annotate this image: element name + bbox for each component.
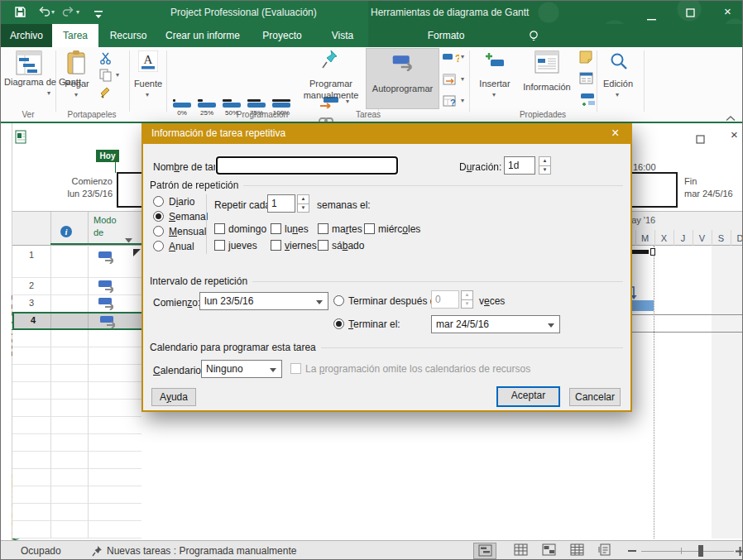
- row-number-4[interactable]: 4: [14, 315, 52, 325]
- duration-input[interactable]: [504, 156, 535, 175]
- copy-icon[interactable]: [99, 69, 113, 85]
- view-task-usage-button[interactable]: [509, 543, 532, 559]
- repeat-every-spinner[interactable]: ▲▼: [297, 194, 309, 213]
- move-dropdown[interactable]: ▾: [461, 75, 464, 83]
- zoom-slider-thumb[interactable]: [698, 545, 703, 557]
- view-report-button[interactable]: [593, 543, 616, 559]
- radio-semanal-label[interactable]: Semanal: [169, 211, 208, 223]
- row-number-1[interactable]: 1: [12, 250, 50, 260]
- tab-archivo[interactable]: Archivo: [1, 24, 52, 47]
- new-tasks-mode-text[interactable]: Nuevas tareas : Programada manualmente: [107, 541, 296, 560]
- checkbox-miercoles-label[interactable]: miércoles: [378, 223, 420, 235]
- checkbox-miercoles[interactable]: [364, 223, 375, 234]
- summary-bar-handle[interactable]: [650, 248, 655, 256]
- checkbox-domingo[interactable]: [214, 223, 225, 234]
- tab-vista[interactable]: Vista: [317, 24, 368, 47]
- checkbox-jueves-label[interactable]: jueves: [228, 240, 257, 251]
- checkbox-viernes-label[interactable]: viernes: [285, 240, 317, 251]
- move-task-icon[interactable]: [443, 74, 458, 90]
- repeat-every-input[interactable]: [267, 194, 295, 213]
- task-mode-cell-icon-2[interactable]: [98, 280, 113, 296]
- quick-access-customize-icon[interactable]: [93, 7, 103, 22]
- checkbox-martes-label[interactable]: martes: [332, 223, 362, 235]
- document-close-icon[interactable]: ×: [731, 127, 738, 141]
- task-mode-cell-icon-3[interactable]: [98, 297, 113, 314]
- format-painter-icon[interactable]: [99, 86, 113, 103]
- info-column-header-icon[interactable]: i: [60, 225, 73, 242]
- task-mode-cell-icon-1[interactable]: [98, 251, 113, 267]
- radio-mensual-label[interactable]: Mensual: [169, 226, 206, 237]
- view-resource-sheet-button[interactable]: [565, 543, 588, 559]
- checkbox-lunes[interactable]: [271, 223, 281, 234]
- insert-task-button[interactable]: Insertar ▾: [474, 49, 515, 108]
- inspect-task-icon[interactable]: ?: [443, 51, 459, 68]
- insert-dropdown-arrow[interactable]: ▾: [492, 91, 496, 98]
- radio-anual[interactable]: [153, 241, 164, 251]
- checkbox-martes[interactable]: [318, 223, 328, 234]
- end-by-label[interactable]: Terminar el:: [348, 318, 400, 330]
- auto-schedule-button[interactable]: Autoprogramar: [366, 48, 439, 109]
- undo-dropdown-arrow[interactable]: ▾: [51, 8, 55, 16]
- redo-icon[interactable]: [62, 5, 75, 22]
- mode-column-header-line1[interactable]: Modo: [93, 215, 117, 225]
- zoom-out-button[interactable]: [628, 550, 636, 552]
- gantt-chart-view-button[interactable]: Diagrama de Gantt ▾: [4, 49, 54, 108]
- end-by-combobox[interactable]: mar 24/5/16: [431, 315, 560, 333]
- mode-dropdown[interactable]: ▾: [461, 97, 464, 104]
- minimize-button[interactable]: [647, 12, 656, 22]
- duration-spinner[interactable]: ▲▼: [539, 156, 551, 175]
- zoom-slider-track[interactable]: [641, 551, 734, 552]
- row-number-3[interactable]: 3: [12, 298, 50, 308]
- checkbox-lunes-label[interactable]: lunes: [285, 223, 309, 235]
- radio-anual-label[interactable]: Anual: [169, 241, 194, 252]
- maximize-button[interactable]: [686, 8, 695, 19]
- checkbox-domingo-label[interactable]: domingo: [228, 223, 266, 235]
- radio-diario[interactable]: [153, 196, 164, 207]
- radio-end-after[interactable]: [333, 295, 344, 306]
- tab-formato[interactable]: Formato: [406, 24, 486, 47]
- dialog-title-bar[interactable]: Información de tarea repetitiva: [141, 123, 632, 144]
- checkbox-sabado-label[interactable]: sábado: [332, 240, 364, 251]
- tab-crear-un-informe[interactable]: Crear un informe: [158, 24, 247, 47]
- paste-button[interactable]: Pegar ▾: [59, 49, 95, 108]
- paste-dropdown-arrow[interactable]: ▾: [74, 91, 78, 98]
- dialog-close-icon[interactable]: ×: [611, 126, 619, 141]
- task-mode-icon[interactable]: ?: [443, 95, 458, 112]
- task-mode-cell-icon-4[interactable]: [100, 315, 115, 332]
- mode-column-header-line2[interactable]: de: [93, 227, 103, 237]
- editing-button[interactable]: Edición ▾: [600, 49, 636, 108]
- save-icon[interactable]: [14, 6, 26, 22]
- tab-proyecto[interactable]: Proyecto: [247, 24, 317, 47]
- undo-icon[interactable]: [37, 5, 50, 22]
- end-after-label[interactable]: Terminar después de:: [348, 295, 443, 307]
- ok-button[interactable]: Aceptar: [496, 386, 560, 407]
- view-gantt-button[interactable]: [473, 543, 496, 559]
- radio-semanal[interactable]: [153, 211, 164, 222]
- checkbox-viernes[interactable]: [271, 240, 281, 251]
- task-details-icon[interactable]: [579, 72, 594, 89]
- start-date-combobox[interactable]: lun 23/5/16: [199, 292, 328, 310]
- zoom-in-button[interactable]: [736, 544, 743, 559]
- selected-row-highlight[interactable]: 4: [12, 312, 141, 330]
- task-notes-icon[interactable]: [579, 50, 594, 69]
- radio-mensual[interactable]: [153, 226, 164, 237]
- tab-recurso[interactable]: Recurso: [98, 24, 158, 47]
- add-to-timeline-icon[interactable]: [579, 92, 596, 110]
- cut-icon[interactable]: [99, 51, 113, 68]
- editing-dropdown-arrow[interactable]: ▾: [616, 91, 619, 98]
- view-team-planner-button[interactable]: [537, 543, 560, 559]
- task-information-button[interactable]: Información: [519, 49, 575, 108]
- document-restore-icon[interactable]: [696, 132, 705, 147]
- status-text[interactable]: Ocupado: [21, 541, 61, 560]
- inspect-dropdown[interactable]: ▾: [461, 53, 464, 60]
- font-dropdown-arrow[interactable]: ▾: [146, 91, 149, 98]
- help-button[interactable]: Ayuda: [151, 388, 196, 406]
- close-button[interactable]: ×: [724, 6, 731, 17]
- row-number-2[interactable]: 2: [12, 280, 50, 290]
- radio-end-by[interactable]: [333, 318, 344, 329]
- manually-schedule-button[interactable]: Programar manualmente: [299, 49, 363, 108]
- radio-diario-label[interactable]: Diario: [169, 196, 194, 208]
- tab-tarea[interactable]: Tarea: [52, 24, 98, 47]
- checkbox-jueves[interactable]: [214, 240, 225, 251]
- font-button[interactable]: A Fuente ▾: [132, 49, 165, 108]
